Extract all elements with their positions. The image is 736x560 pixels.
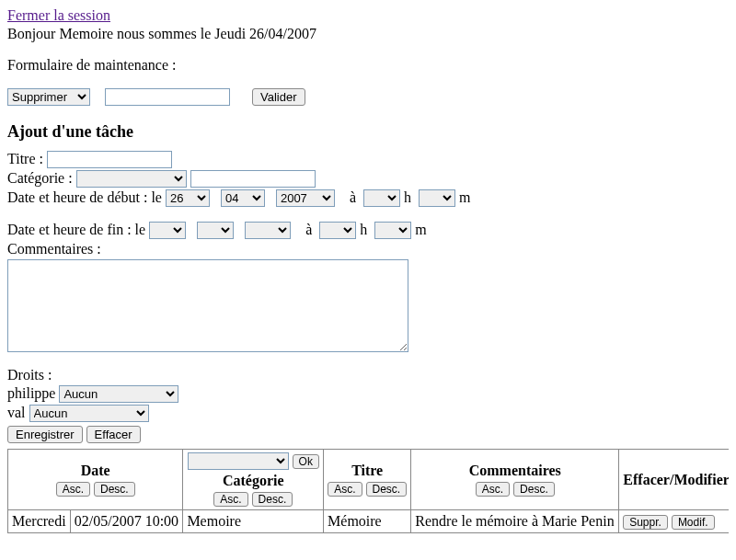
end-min-select[interactable] bbox=[374, 222, 411, 239]
cell-dayname: Mercredi bbox=[8, 510, 71, 533]
cell-datetime: 02/05/2007 10:00 bbox=[70, 510, 183, 533]
category-desc-button[interactable]: Desc. bbox=[252, 492, 293, 507]
col-title-header: Titre bbox=[351, 463, 383, 479]
comments-asc-button[interactable]: Asc. bbox=[476, 482, 510, 497]
start-date-label: Date et heure de début : le bbox=[7, 189, 162, 205]
at-label-2: à bbox=[305, 222, 312, 237]
row-edit-button[interactable]: Modif. bbox=[672, 515, 715, 530]
add-task-heading: Ajout d'une tâche bbox=[7, 122, 729, 142]
cell-category: Memoire bbox=[183, 510, 324, 533]
end-month-select[interactable] bbox=[197, 222, 234, 239]
category-text-input[interactable] bbox=[190, 170, 316, 188]
table-row: Mercredi 02/05/2007 10:00 Memoire Mémoir… bbox=[8, 510, 730, 533]
col-comments-header: Commentaires bbox=[469, 463, 561, 479]
maintenance-input[interactable] bbox=[105, 88, 230, 106]
comments-label: Commentaires : bbox=[7, 241, 101, 257]
save-button[interactable]: Enregistrer bbox=[7, 426, 83, 443]
col-actions-header: Effacer/Modifier bbox=[619, 450, 729, 510]
col-date-header: Date bbox=[81, 463, 110, 479]
clear-button[interactable]: Effacer bbox=[86, 426, 141, 443]
h-label-2: h bbox=[360, 222, 367, 237]
category-select[interactable] bbox=[76, 170, 187, 188]
rights-label: Droits : bbox=[7, 367, 729, 383]
start-hour-select[interactable] bbox=[363, 189, 400, 207]
title-desc-button[interactable]: Desc. bbox=[366, 482, 408, 497]
title-input[interactable] bbox=[47, 151, 172, 168]
row-delete-button[interactable]: Suppr. bbox=[623, 515, 668, 530]
title-label: Titre : bbox=[7, 151, 43, 166]
rights-user-1: val bbox=[7, 405, 26, 420]
close-session-link[interactable]: Fermer la session bbox=[7, 7, 110, 23]
date-asc-button[interactable]: Asc. bbox=[56, 482, 90, 497]
date-desc-button[interactable]: Desc. bbox=[94, 482, 135, 497]
end-date-label: Date et heure de fin : le bbox=[7, 222, 145, 237]
start-month-select[interactable]: 04 bbox=[221, 189, 265, 207]
start-min-select[interactable] bbox=[419, 189, 455, 207]
end-year-select[interactable] bbox=[245, 222, 291, 239]
category-filter-select[interactable] bbox=[188, 452, 289, 470]
col-category-header: Catégorie bbox=[223, 473, 284, 489]
rights-user-1-select[interactable]: Aucun bbox=[29, 405, 149, 422]
rights-user-0-select[interactable]: Aucun bbox=[59, 385, 178, 403]
maintenance-label: Formulaire de maintenance : bbox=[7, 57, 729, 74]
comments-desc-button[interactable]: Desc. bbox=[513, 482, 555, 497]
category-filter-ok-button[interactable]: Ok bbox=[293, 454, 319, 469]
h-label: h bbox=[404, 189, 411, 205]
at-label: à bbox=[350, 189, 356, 205]
validate-button[interactable]: Valider bbox=[252, 88, 305, 106]
cell-comments: Rendre le mémoire à Marie Penin bbox=[411, 510, 619, 533]
title-asc-button[interactable]: Asc. bbox=[328, 482, 362, 497]
maintenance-action-select[interactable]: Supprimer bbox=[7, 88, 90, 106]
m-label: m bbox=[459, 189, 470, 205]
comments-textarea[interactable] bbox=[7, 259, 408, 352]
task-table: Date Asc. Desc. Ok Catégorie Asc. Desc. bbox=[7, 449, 729, 533]
start-year-select[interactable]: 2007 bbox=[276, 189, 335, 207]
rights-user-0: philippe bbox=[7, 385, 55, 401]
category-label: Catégorie : bbox=[7, 170, 73, 186]
start-day-select[interactable]: 26 bbox=[166, 189, 210, 207]
category-asc-button[interactable]: Asc. bbox=[213, 492, 247, 507]
cell-title: Mémoire bbox=[324, 510, 411, 533]
m-label-2: m bbox=[415, 222, 426, 237]
end-hour-select[interactable] bbox=[319, 222, 356, 239]
end-day-select[interactable] bbox=[149, 222, 186, 239]
greeting-text: Bonjour Memoire nous sommes le Jeudi 26/… bbox=[7, 26, 729, 42]
